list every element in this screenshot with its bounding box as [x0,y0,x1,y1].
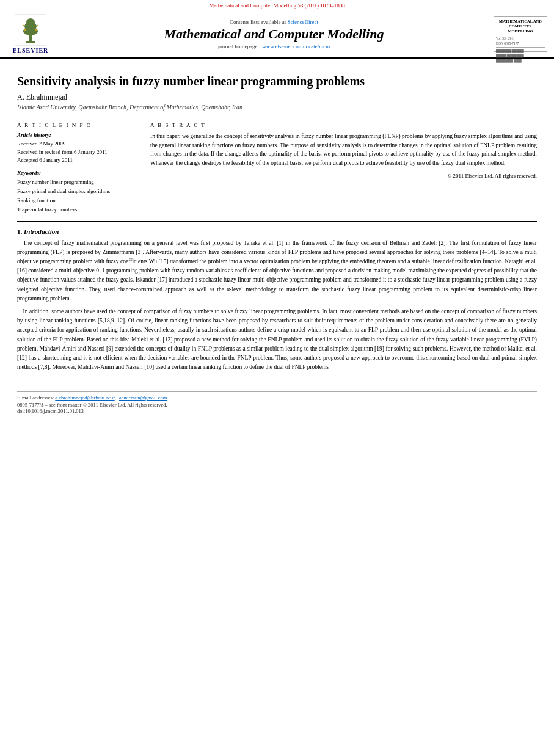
revised-date: Received in revised form 6 January 2011 [17,148,130,157]
accepted-date: Accepted 6 January 2011 [17,156,130,165]
section1-number: 1. [17,228,22,235]
footer-doi-text: doi:10.1016/j.mcm.2011.01.013 [17,408,537,414]
section1-body: The concept of fuzzy mathematical progra… [17,239,537,373]
page-footer: E-mail addresses: a.ebrahimnejad@srbiau.… [17,391,537,414]
elsevier-logo: ELSEVIER [6,14,55,54]
section-divider [17,221,537,222]
info-abstract-section: A R T I C L E I N F O Article history: R… [17,117,537,215]
svg-point-7 [35,29,37,31]
article-title: Sensitivity analysis in fuzzy number lin… [17,73,537,89]
keywords-label: Keywords: [17,170,130,176]
jbox-title: MATHEMATICAL AND COMPUTER MODELLING [496,19,545,35]
svg-point-8 [23,25,24,26]
author-name: A. Ebrahimnejad [17,93,537,102]
contents-text: Contents lists available at [230,19,286,25]
article-history-label: Article history: [17,132,130,138]
elsevier-wordmark: ELSEVIER [13,47,49,54]
jbox-issn: ISSN 0895-7177 [496,42,545,46]
svg-point-5 [26,18,35,26]
journal-citation: Mathematical and Computer Modelling 53 (… [209,2,345,9]
received-date: Received 2 May 2009 [17,140,130,148]
abstract-heading: A B S T R A C T [150,122,537,128]
article-info-heading: A R T I C L E I N F O [17,122,130,128]
keyword-2: Fuzzy primal and dual simplex algorithms [17,187,130,196]
email-link-2[interactable]: aenarzaun@gmail.com [119,394,167,401]
svg-point-6 [24,29,26,31]
page-header: ELSEVIER Contents lists available at Sci… [0,10,554,59]
footer-email: E-mail addresses: a.ebrahimnejad@srbiau.… [17,394,537,401]
article-info-column: A R T I C L E I N F O Article history: R… [17,122,139,215]
journal-title: Mathematical and Computer Modelling [61,26,487,42]
svg-point-9 [37,25,38,26]
homepage-text: journal homepage: [218,43,259,49]
section1-para1: The concept of fuzzy mathematical progra… [17,239,537,303]
jbox-vol: Vol. 53 · 2011 [496,37,545,42]
jbox-lines: Vol. 53 · 2011 ISSN 0895-7177 ▓▓▓▓▓▓ ▓▓▓… [496,37,545,63]
abstract-text: In this paper, we generalize the concept… [150,132,537,168]
footer-issn-text: 0895-7177/$ – see front matter © 2011 El… [17,402,537,408]
elsevier-emblem-icon [15,14,46,46]
keyword-1: Fuzzy number linear programming [17,178,130,187]
abstract-column: A B S T R A C T In this paper, we genera… [150,122,537,215]
email-separator: , [115,394,116,401]
keywords-list: Fuzzy number linear programming Fuzzy pr… [17,178,130,215]
affiliation: Islamic Azad University, Qaemshahr Branc… [17,104,537,111]
homepage-line: journal homepage: www.elsevier.com/locat… [61,43,487,49]
header-center: Contents lists available at ScienceDirec… [61,19,487,49]
sciencedirect-link[interactable]: ScienceDirect [288,19,318,25]
section1-para2: In addition, some authors have used the … [17,307,537,372]
jbox-filler: ▓▓▓▓▓▓ ▓▓▓▓▓ ▓▓▓▓ ▓▓▓▓▓▓▓ ▓▓▓▓▓▓▓ ▓▓▓ [496,47,545,63]
email-label: E-mail addresses: [17,394,54,401]
section1-title-text: Introduction [24,228,59,235]
email-link-1[interactable]: a.ebrahimnejad@srbiau.ac.ir [55,394,114,401]
homepage-link[interactable]: www.elsevier.com/locate/mcm [262,43,330,49]
main-content: Sensitivity analysis in fuzzy number lin… [0,59,554,383]
contents-available-line: Contents lists available at ScienceDirec… [61,19,487,25]
jbox-title-text: MATHEMATICAL AND COMPUTER MODELLING [499,19,542,34]
article-history-text: Received 2 May 2009 Received in revised … [17,140,130,165]
copyright-line: © 2011 Elsevier Ltd. All rights reserved… [150,173,537,179]
journal-bar: Mathematical and Computer Modelling 53 (… [0,0,554,10]
keyword-3: Ranking function [17,196,130,205]
section1-title: 1. Introduction [17,228,537,235]
journal-info-box: MATHEMATICAL AND COMPUTER MODELLING Vol.… [494,16,547,52]
keyword-4: Trapezoidal fuzzy numbers [17,205,130,214]
journal-box-right: MATHEMATICAL AND COMPUTER MODELLING Vol.… [493,16,548,52]
svg-rect-2 [26,41,35,43]
footer-issn-doi: 0895-7177/$ – see front matter © 2011 El… [17,402,537,414]
